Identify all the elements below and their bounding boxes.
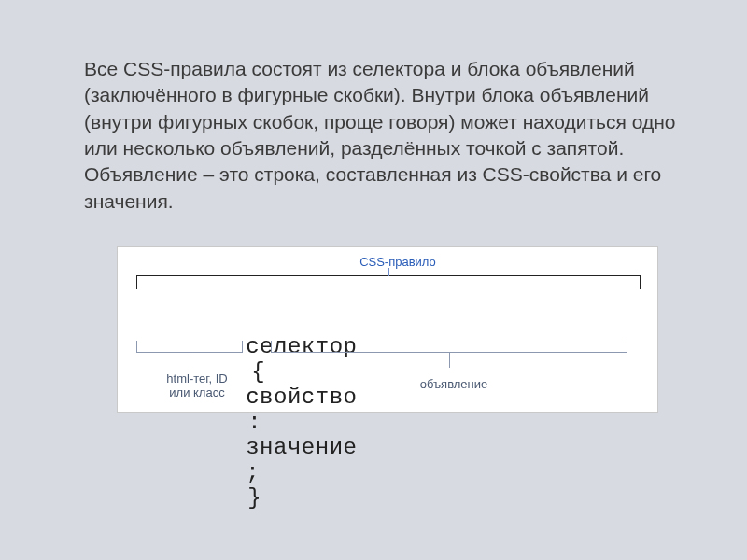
css-rule-diagram: CSS-правило селектор { свойство : значен… [117,246,658,413]
token-colon: : [246,410,265,435]
bracket-top-stem [388,268,389,276]
bracket-top [136,275,641,289]
bracket-bottom-right [271,341,627,353]
token-property: свойство [246,385,357,410]
bracket-bl-stem [190,352,190,368]
token-semicolon: ; [246,460,260,485]
token-brace-open: { [246,359,267,385]
body-paragraph: Все CSS-правила состоят из селектора и б… [84,56,682,215]
slide: Все CSS-правила состоят из селектора и б… [0,0,747,560]
token-brace-close: } [246,485,261,511]
label-css-rule: CSS-правило [342,255,454,269]
diagram-container: CSS-правило селектор { свойство : значен… [84,246,691,413]
token-value: значение [246,435,357,460]
label-html-tag-id-class: html-тег, ID или класс [146,371,248,400]
label-declaration: объявление [398,377,510,391]
bracket-bottom-left [136,341,243,353]
bracket-br-stem [449,352,450,368]
